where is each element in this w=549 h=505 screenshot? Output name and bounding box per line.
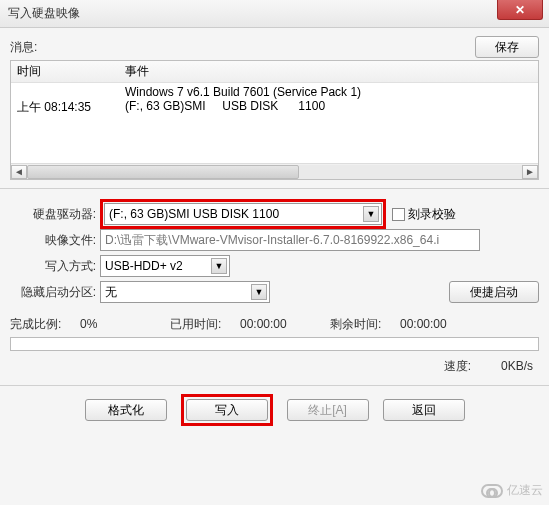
log-header-time: 时间 xyxy=(11,63,121,80)
chevron-down-icon: ▼ xyxy=(211,258,227,274)
footer-buttons: 格式化 写入 终止[A] 返回 xyxy=(10,394,539,426)
divider xyxy=(0,188,549,189)
progress-bar xyxy=(10,337,539,351)
watermark-text: 亿速云 xyxy=(507,482,543,499)
scroll-thumb[interactable] xyxy=(27,165,299,179)
dialog-content: 消息: 保存 时间 事件 Windows 7 v6.1 Build 7601 (… xyxy=(0,28,549,505)
log-scrollbar[interactable]: ◄ ► xyxy=(11,163,538,179)
progress-label: 完成比例: xyxy=(10,316,80,333)
remaining-value: 00:00:00 xyxy=(400,317,447,331)
hidden-select[interactable]: 无 ▼ xyxy=(100,281,270,303)
write-button[interactable]: 写入 xyxy=(186,399,268,421)
form-area: 硬盘驱动器: (F:, 63 GB)SMI USB DISK 1100 ▼ 刻录… xyxy=(10,197,539,307)
message-label: 消息: xyxy=(10,39,37,56)
image-file-field[interactable]: D:\迅雷下载\VMware-VMvisor-Installer-6.7.0-8… xyxy=(100,229,480,251)
close-button[interactable]: ✕ xyxy=(497,0,543,20)
portable-boot-button[interactable]: 便捷启动 xyxy=(449,281,539,303)
format-button[interactable]: 格式化 xyxy=(85,399,167,421)
speed-label: 速度: xyxy=(444,358,471,375)
remaining-label: 剩余时间: xyxy=(330,316,400,333)
close-icon: ✕ xyxy=(515,3,525,17)
log-header: 时间 事件 xyxy=(11,61,538,83)
watermark: 亿速云 xyxy=(481,482,543,499)
verify-checkbox[interactable]: 刻录校验 xyxy=(392,206,456,223)
speed-value: 0KB/s xyxy=(501,359,533,373)
log-row: Windows 7 v6.1 Build 7601 (Service Pack … xyxy=(11,85,538,99)
scroll-track[interactable] xyxy=(27,165,522,179)
hidden-label: 隐藏启动分区: xyxy=(10,284,100,301)
scroll-right-icon[interactable]: ► xyxy=(522,165,538,179)
window-title: 写入硬盘映像 xyxy=(8,5,80,22)
progress-value: 0% xyxy=(80,317,170,331)
write-highlight: 写入 xyxy=(181,394,273,426)
scroll-left-icon[interactable]: ◄ xyxy=(11,165,27,179)
watermark-logo-icon xyxy=(481,484,503,498)
image-value: D:\迅雷下载\VMware-VMvisor-Installer-6.7.0-8… xyxy=(105,232,439,249)
verify-label: 刻录校验 xyxy=(408,206,456,223)
hidden-value: 无 xyxy=(105,284,117,301)
log-event: (F:, 63 GB)SMI USB DISK 1100 xyxy=(121,99,538,116)
log-event: Windows 7 v6.1 Build 7601 (Service Pack … xyxy=(121,85,538,99)
abort-button: 终止[A] xyxy=(287,399,369,421)
log-header-event: 事件 xyxy=(121,63,538,80)
save-button[interactable]: 保存 xyxy=(475,36,539,58)
chevron-down-icon: ▼ xyxy=(251,284,267,300)
method-label: 写入方式: xyxy=(10,258,100,275)
drive-select[interactable]: (F:, 63 GB)SMI USB DISK 1100 ▼ xyxy=(104,203,382,225)
log-body: Windows 7 v6.1 Build 7601 (Service Pack … xyxy=(11,83,538,118)
elapsed-value: 00:00:00 xyxy=(240,317,330,331)
log-panel: 时间 事件 Windows 7 v6.1 Build 7601 (Service… xyxy=(10,60,539,180)
drive-label: 硬盘驱动器: xyxy=(10,206,100,223)
method-value: USB-HDD+ v2 xyxy=(105,259,183,273)
log-row: 上午 08:14:35 (F:, 63 GB)SMI USB DISK 1100 xyxy=(11,99,538,116)
log-time xyxy=(11,85,121,99)
log-time: 上午 08:14:35 xyxy=(11,99,121,116)
chevron-down-icon: ▼ xyxy=(363,206,379,222)
return-button[interactable]: 返回 xyxy=(383,399,465,421)
drive-value: (F:, 63 GB)SMI USB DISK 1100 xyxy=(109,207,279,221)
method-select[interactable]: USB-HDD+ v2 ▼ xyxy=(100,255,230,277)
title-bar: 写入硬盘映像 ✕ xyxy=(0,0,549,28)
elapsed-label: 已用时间: xyxy=(170,316,240,333)
image-label: 映像文件: xyxy=(10,232,100,249)
drive-highlight: (F:, 63 GB)SMI USB DISK 1100 ▼ xyxy=(100,199,386,229)
divider xyxy=(0,385,549,386)
checkbox-box xyxy=(392,208,405,221)
